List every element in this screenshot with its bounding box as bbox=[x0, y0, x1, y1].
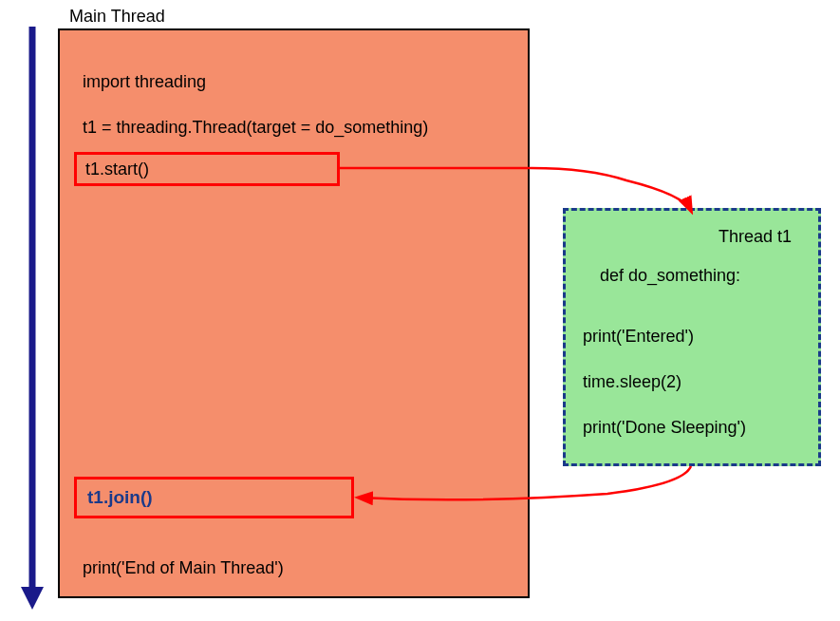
highlight-join: t1.join() bbox=[74, 477, 354, 518]
thread-t1-label: Thread t1 bbox=[719, 227, 792, 247]
main-thread-label: Main Thread bbox=[69, 7, 165, 27]
highlight-start: t1.start() bbox=[74, 152, 340, 186]
code-def: def do_something: bbox=[600, 266, 740, 286]
diagram-container: Main Thread import threading t1 = thread… bbox=[0, 0, 840, 621]
code-import: import threading bbox=[83, 72, 206, 92]
thread-t1-box: Thread t1 def do_something: print('Enter… bbox=[563, 208, 821, 466]
code-print-done: print('Done Sleeping') bbox=[583, 418, 746, 438]
main-thread-box: import threading t1 = threading.Thread(t… bbox=[58, 28, 530, 598]
code-print-entered: print('Entered') bbox=[583, 327, 694, 347]
svg-marker-1 bbox=[21, 587, 44, 610]
code-start: t1.start() bbox=[85, 160, 149, 179]
timeline-arrow-icon bbox=[21, 27, 44, 610]
code-join: t1.join() bbox=[87, 487, 153, 508]
code-print-end: print('End of Main Thread') bbox=[83, 558, 284, 578]
code-thread-create: t1 = threading.Thread(target = do_someth… bbox=[83, 118, 428, 138]
code-sleep: time.sleep(2) bbox=[583, 372, 681, 392]
